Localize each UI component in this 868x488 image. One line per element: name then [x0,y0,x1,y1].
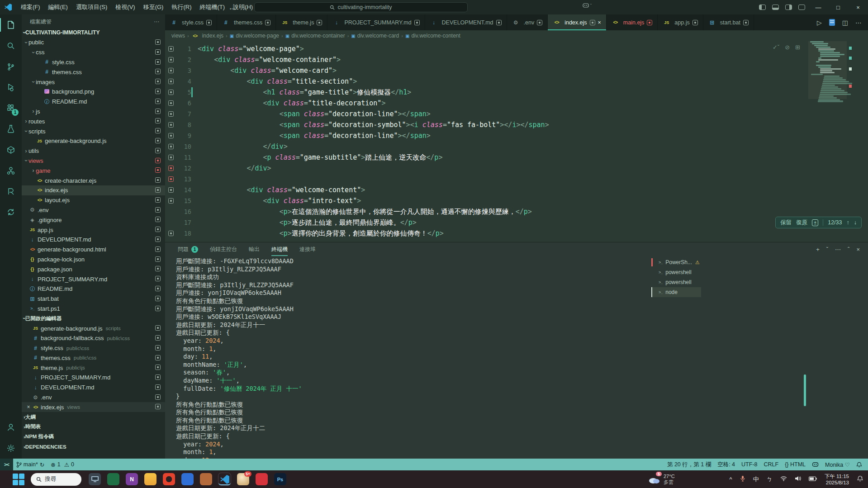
terminal-output[interactable]: 用戶斷開連接: -FGXFeLqT9lccv8DAAAD用戶連接: p3Itlj… [165,256,651,459]
battery-icon[interactable] [809,476,817,483]
minimap[interactable] [808,41,847,242]
weather-widget[interactable]: 5 27°C 多雲 [648,470,675,488]
focus-assist-bell-icon[interactable]: z [857,475,863,483]
tree-item-create-character.ejs[interactable]: <>create-character.ejs [22,175,165,185]
breadcrumb-item-div.welcome-page[interactable]: ▣div.welcome-page [230,33,279,39]
code-editor[interactable]: 1<div class="welcome-page">2 <div class=… [165,41,868,242]
menu-item-2[interactable]: 選取項目(S) [72,4,111,10]
testing-icon[interactable] [0,118,22,139]
status-item-3[interactable]: CRLF [761,459,782,470]
breadcrumb-item-index.ejs[interactable]: <>index.ejs [191,33,223,39]
toggle-primary-sidebar-icon[interactable] [759,5,766,10]
tree-root-folder[interactable]: › CULTIVATING-IMMORTALITY [22,27,165,38]
tree-item-utils[interactable]: ›utils [22,146,165,156]
panel-tab-終端機[interactable]: 終端機 [271,242,288,256]
tab-.env[interactable]: ⚙.env [507,14,548,30]
orange-app-icon[interactable] [200,473,212,485]
breadcrumb-item-div.welcome-container[interactable]: ▣div.welcome-container [285,33,345,39]
tree-item-start.ps1[interactable]: >_start.ps1 [22,304,165,314]
tree-item-style.css[interactable]: #style.css [22,57,165,67]
tree-item-themes.css[interactable]: #themes.css [22,67,165,77]
tree-item-package.json[interactable]: {}package.json [22,264,165,274]
tab-style.css[interactable]: #style.css [165,14,217,30]
run-debug-file-icon[interactable] [829,19,835,26]
start-button[interactable] [12,473,25,486]
taskbar-clock[interactable]: 下午 11:152025/8/13 [825,473,849,486]
file-explorer-icon[interactable] [144,473,157,485]
tree-item-package-lock.json[interactable]: {}package-lock.json [22,255,165,265]
code-line-17[interactable]: 17 <p>逐步踏上仙途，最終問鼎仙界巔峰。</p> [165,217,808,228]
search-icon[interactable] [0,35,22,56]
maximize-button[interactable]: □ [828,0,848,14]
wifi-icon[interactable] [780,476,787,483]
code-line-14[interactable]: 14 <div class="welcome-content"> [165,185,808,195]
open-editor-generate-background.js[interactable]: JSgenerate-background.jsscripts [22,323,165,333]
breadcrumb[interactable]: views›<>index.ejs›▣div.welcome-page›▣div… [165,30,868,41]
open-editor-background-fallback.css[interactable]: #background-fallback.csspublic\css [22,333,165,343]
tab-app.js[interactable]: JSapp.js [658,14,703,30]
todo-tree-icon[interactable] [0,160,22,181]
volume-icon[interactable] [795,476,801,483]
breadcrumb-item-div.welcome-content[interactable]: ▣div.welcome-content [405,33,460,39]
open-editor-themes.css[interactable]: #themes.csspublic\css [22,353,165,363]
close-panel-icon[interactable]: × [856,246,860,253]
maximize-panel-icon[interactable]: ˆ [848,246,849,253]
tab-theme.js[interactable]: JStheme.js [276,14,327,30]
breadcrumb-item-div.welcome-card[interactable]: ▣div.welcome-card [351,33,399,39]
media-app-icon[interactable] [181,473,194,485]
ime-indicator-0[interactable]: 中 [753,475,759,483]
open-editor-theme.js[interactable]: JStheme.jspublic\js [22,363,165,373]
nav-back-icon[interactable]: ← [228,4,235,11]
code-line-15[interactable]: 15 <div class="intro-text"> [165,195,808,206]
tree-item-routes[interactable]: ›routes [22,116,165,126]
code-line-16[interactable]: 16 <p>在這個浩瀚的修仙世界中，你將從一介凡人開始，通過不懈的修煉與歷練，<… [165,206,808,217]
r-extension-icon[interactable] [0,181,22,202]
code-line-10[interactable]: 10 </div> [165,141,808,152]
sidebar-section-大綱[interactable]: ›大綱 [22,412,165,422]
tab-main.ejs[interactable]: <>main.ejs [607,14,658,30]
branch-status[interactable]: main* ↻ [13,459,47,470]
browser-app-icon[interactable] [163,473,175,485]
code-line-9[interactable]: 9 <span class="decoration-line"></span> [165,130,808,141]
tab-DEVELOPMENT.md[interactable]: ↓DEVELOPMENT.md [425,14,507,30]
menu-item-0[interactable]: 檔案(F) [17,4,44,10]
open-editors-section[interactable]: › 已開啟的編輯器 [22,313,165,323]
panel-tab-輸出[interactable]: 輸出 [249,242,260,256]
code-line-4[interactable]: 4 <div class="title-section"> [165,76,808,87]
pc-app-icon[interactable] [89,473,101,485]
tree-item-README.md[interactable]: iREADME.md [22,97,165,107]
problems-status[interactable]: ⊗1 ⚠0 [47,459,77,470]
close-icon[interactable]: × [598,19,601,26]
breadcrumb-item-views[interactable]: views [171,33,185,39]
code-line-8[interactable]: 8 <span class="decoration-symbol"><i cla… [165,119,808,130]
source-control-icon[interactable] [0,56,22,77]
code-line-6[interactable]: 6 <div class="title-decoration"> [165,98,808,109]
tree-item-generate-background.js[interactable]: JSgenerate-background.js [22,136,165,146]
terminal-instance-powershell[interactable]: >_powershell [651,267,701,277]
tab-PROJECT_SUMMARY.md[interactable]: ↓PROJECT_SUMMARY.md [327,14,425,30]
tree-item-index.ejs[interactable]: <>index.ejs [22,185,165,195]
code-line-18[interactable]: 18 <p>選擇你的出身背景，創造屬於你的修仙傳奇！</p> [165,228,808,239]
minimize-button[interactable]: — [808,0,828,14]
microphone-icon[interactable] [740,475,745,483]
terminal-instance-PowerSh...[interactable]: >_PowerSh...⚠ [651,257,701,267]
new-terminal-icon[interactable]: + [816,246,820,253]
code-line-11[interactable]: 11 <p class="game-subtitle">踏上仙途，逆天改命</p… [165,152,808,163]
notifications-bell-icon[interactable] [853,459,865,470]
command-center-search[interactable]: cultivating-immortality [254,2,468,12]
tree-item-background.png[interactable]: background.png [22,87,165,97]
copilot-button[interactable]: ˇ [583,3,592,8]
terminal-instance-node[interactable]: >_node [651,287,701,297]
taskbar-search[interactable]: 搜尋 [31,473,81,486]
tree-item-DEVELOPMENT.md[interactable]: ↓DEVELOPMENT.md [22,235,165,245]
code-line-2[interactable]: 2 <div class="welcome-container"> [165,54,808,65]
menu-item-6[interactable]: 終端機(T) [195,4,229,10]
tree-item-game[interactable]: ›game [22,166,165,175]
toggle-secondary-sidebar-icon[interactable] [785,5,792,10]
more-actions-icon[interactable]: ⋯ [835,246,841,253]
vscode-app-icon[interactable] [218,473,231,485]
code-line-5[interactable]: 5 <h1 class="game-title">修仙模擬器</h1> [165,87,808,98]
undo-button[interactable]: 復原 [796,219,807,227]
tab-themes.css[interactable]: #themes.css [217,14,276,30]
code-line-12[interactable]: 12 </div> [165,163,808,174]
